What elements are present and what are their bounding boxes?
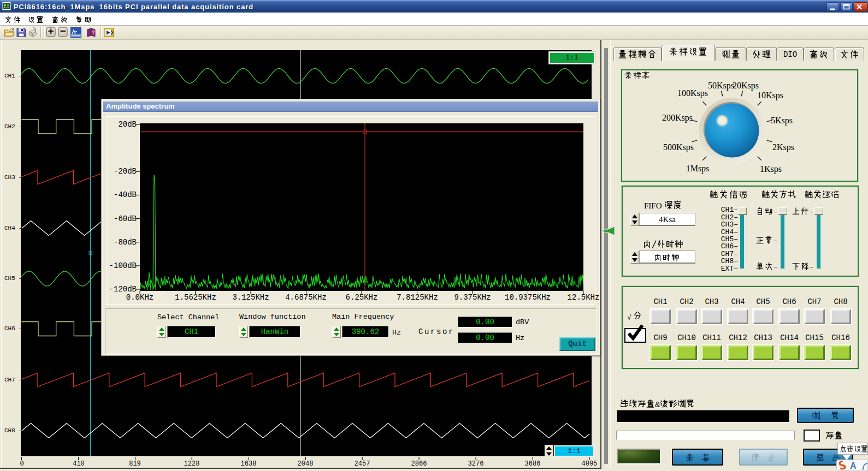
svg-text:A: A: [850, 461, 857, 470]
svg-text:?: ?: [92, 29, 95, 35]
